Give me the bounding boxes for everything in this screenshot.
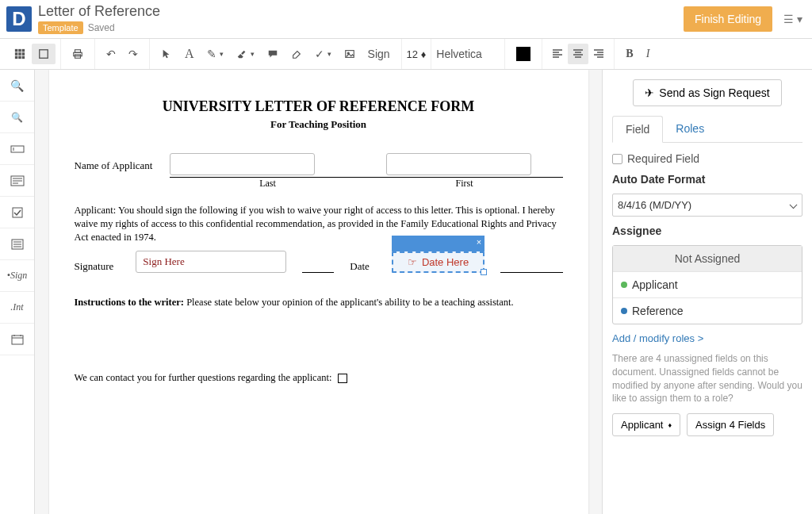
- grid-view-icon[interactable]: [8, 44, 32, 64]
- signature-tool-icon[interactable]: •Sign: [0, 260, 34, 292]
- instructions-text: Please state below your opinion of the a…: [184, 297, 514, 308]
- doc-title: Letter of Reference: [38, 3, 684, 20]
- svg-rect-15: [11, 146, 24, 152]
- font-family-select[interactable]: Helvetica: [436, 48, 500, 60]
- required-checkbox[interactable]: [612, 154, 622, 164]
- first-name-field[interactable]: [386, 153, 531, 175]
- resize-handle[interactable]: [481, 269, 487, 275]
- waiver-paragraph: Applicant: You should sign the following…: [75, 204, 563, 244]
- page-view-icon[interactable]: [32, 44, 56, 64]
- toolbar: ↶ ↷ A ✎▾ ▾ ✓▾ Sign 12 ♦ Helvetica: [0, 38, 812, 70]
- svg-rect-8: [22, 56, 25, 59]
- send-sign-request-button[interactable]: ✈ Send as Sign Request: [633, 79, 781, 106]
- doc-subheading: For Teaching Position: [75, 118, 563, 131]
- print-icon[interactable]: [66, 44, 90, 64]
- svg-rect-0: [15, 49, 18, 52]
- hand-pointer-icon: ☞: [408, 256, 417, 268]
- left-sidebar: 🔍 🔍 •Sign .Int: [0, 70, 35, 514]
- bold-icon[interactable]: B: [619, 43, 639, 65]
- svg-rect-9: [40, 50, 48, 59]
- page: UNIVERSITY LETTER OF REFERENCE FORM For …: [49, 70, 588, 514]
- role-dot-icon: [621, 308, 627, 314]
- date-label: Date: [350, 260, 370, 273]
- assign-fields-button[interactable]: Assign 4 Fields: [687, 413, 774, 436]
- cursor-icon[interactable]: [155, 44, 178, 64]
- comment-icon[interactable]: [261, 44, 285, 64]
- last-sublabel: Last: [170, 178, 366, 190]
- text-color-icon[interactable]: [510, 42, 537, 66]
- chevron-down-icon: ♦: [668, 421, 672, 429]
- italic-icon[interactable]: I: [640, 43, 657, 65]
- properties-panel: ✈ Send as Sign Request Field Roles Requi…: [602, 70, 812, 514]
- applicant-dropdown-button[interactable]: Applicant ♦: [612, 413, 680, 436]
- finish-editing-button[interactable]: Finish Editing: [684, 6, 772, 32]
- redo-icon[interactable]: ↷: [122, 43, 144, 65]
- date-tool-icon[interactable]: [0, 324, 34, 355]
- hamburger-menu-icon[interactable]: ☰ ▾: [780, 10, 806, 29]
- assignee-reference[interactable]: Reference: [613, 298, 802, 324]
- role-dot-icon: [621, 282, 627, 288]
- undo-icon[interactable]: ↶: [100, 43, 122, 65]
- template-badge: Template: [38, 21, 83, 34]
- highlighter-icon[interactable]: ▾: [230, 44, 261, 64]
- contact-text: We can contact you for further questions…: [75, 372, 332, 383]
- svg-rect-26: [12, 336, 23, 344]
- svg-rect-21: [13, 208, 22, 217]
- text-field-tool-icon[interactable]: [0, 133, 34, 165]
- text-icon[interactable]: A: [178, 42, 201, 66]
- image-icon[interactable]: [338, 44, 362, 64]
- paper-plane-icon: ✈: [645, 86, 654, 99]
- close-icon[interactable]: ×: [477, 237, 481, 247]
- unassigned-help-text: There are 4 unassigned fields on this do…: [612, 352, 802, 405]
- svg-rect-3: [15, 52, 18, 56]
- dropdown-tool-icon[interactable]: [0, 228, 34, 260]
- assignee-heading: Assignee: [612, 224, 802, 237]
- align-left-icon[interactable]: [547, 44, 568, 64]
- assignee-applicant[interactable]: Applicant: [613, 272, 802, 298]
- date-field[interactable]: × ☞ Date Here: [392, 251, 485, 273]
- doc-heading: UNIVERSITY LETTER OF REFERENCE FORM: [75, 98, 563, 115]
- date-format-select[interactable]: 8/4/16 (M/D/YY): [612, 194, 802, 217]
- contact-checkbox[interactable]: [338, 374, 347, 383]
- align-right-icon[interactable]: [588, 44, 609, 64]
- save-status: Saved: [88, 22, 115, 33]
- paragraph-field-tool-icon[interactable]: [0, 165, 34, 197]
- modify-roles-link[interactable]: Add / modify roles >: [612, 332, 802, 344]
- zoom-out-icon[interactable]: 🔍: [0, 102, 34, 133]
- eraser-icon[interactable]: [285, 44, 308, 64]
- last-name-field[interactable]: [170, 153, 315, 175]
- zoom-in-icon[interactable]: 🔍: [0, 70, 34, 102]
- required-label: Required Field: [627, 152, 699, 165]
- signature-label: Signature: [75, 260, 114, 273]
- checkbox-tool-icon[interactable]: [0, 197, 34, 228]
- instructions-label: Instructions to the writer:: [75, 297, 185, 308]
- svg-rect-4: [18, 52, 21, 56]
- align-center-icon[interactable]: [568, 44, 588, 64]
- signature-field[interactable]: Sign Here: [136, 251, 286, 273]
- checkmark-icon[interactable]: ✓▾: [308, 43, 338, 65]
- svg-rect-5: [22, 52, 25, 56]
- applicant-name-label: Name of Applicant: [75, 159, 153, 172]
- svg-rect-7: [18, 56, 21, 59]
- pen-icon[interactable]: ✎▾: [201, 43, 230, 65]
- auto-date-heading: Auto Date Format: [612, 173, 802, 186]
- svg-rect-6: [15, 56, 18, 59]
- initials-tool-icon[interactable]: .Int: [0, 292, 34, 324]
- tab-roles[interactable]: Roles: [663, 116, 717, 142]
- svg-rect-1: [18, 49, 21, 52]
- app-logo-icon: D: [6, 6, 32, 32]
- svg-rect-2: [22, 49, 25, 52]
- assignee-not-assigned[interactable]: Not Assigned: [613, 246, 802, 272]
- font-size-select[interactable]: 12 ♦: [407, 48, 427, 60]
- document-canvas[interactable]: UNIVERSITY LETTER OF REFERENCE FORM For …: [35, 70, 602, 514]
- first-sublabel: First: [366, 178, 563, 190]
- tab-field[interactable]: Field: [612, 116, 663, 143]
- sign-button[interactable]: Sign: [362, 43, 396, 65]
